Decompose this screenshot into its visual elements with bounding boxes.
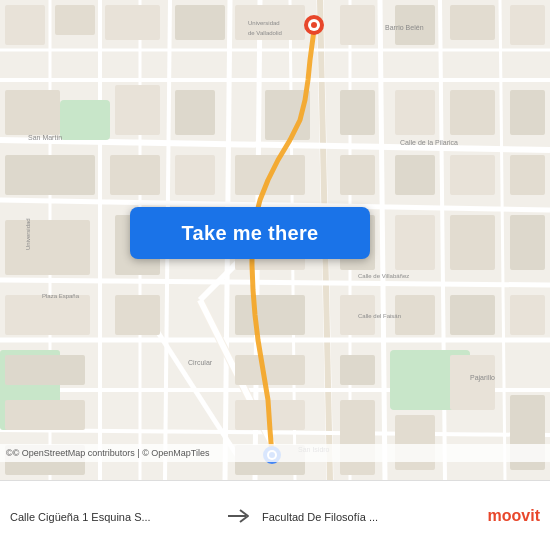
svg-rect-51	[395, 90, 435, 135]
svg-rect-29	[5, 5, 45, 45]
svg-rect-33	[5, 90, 60, 135]
svg-rect-70	[340, 400, 375, 475]
svg-rect-76	[235, 355, 305, 385]
svg-rect-38	[175, 155, 215, 195]
route-from: Calle Cigüeña 1 Esquina S...	[10, 507, 226, 525]
svg-rect-32	[175, 5, 225, 40]
svg-text:Universidad: Universidad	[25, 218, 31, 250]
route-to: Facultad De Filosofía ...	[254, 507, 470, 525]
svg-rect-65	[510, 295, 545, 335]
map-area: Calle de la Pilarica Universidad Plaza E…	[0, 0, 550, 480]
take-me-there-label: Take me there	[182, 222, 319, 245]
svg-rect-41	[5, 295, 90, 335]
bottom-bar: Calle Cigüeña 1 Esquina S... Facultad De…	[0, 480, 550, 550]
take-me-there-button[interactable]: Take me there	[130, 207, 370, 259]
svg-rect-66	[340, 355, 375, 385]
osm-icon: ©	[6, 448, 13, 458]
svg-text:Calle de Villabáñez: Calle de Villabáñez	[358, 273, 409, 279]
svg-rect-50	[340, 90, 375, 135]
svg-text:Calle del Faisán: Calle del Faisán	[358, 313, 401, 319]
svg-text:Circular: Circular	[188, 359, 213, 366]
from-label: Calle Cigüeña 1 Esquina S...	[10, 511, 151, 523]
svg-rect-61	[510, 215, 545, 270]
svg-rect-60	[450, 215, 495, 270]
svg-text:Barrio Belén: Barrio Belén	[385, 24, 424, 31]
svg-text:de Valladolid: de Valladolid	[248, 30, 282, 36]
svg-text:Pajarillo: Pajarillo	[470, 374, 495, 382]
svg-rect-46	[340, 5, 375, 45]
svg-rect-49	[510, 5, 545, 45]
to-label: Facultad De Filosofía ...	[262, 511, 378, 523]
svg-rect-27	[60, 100, 110, 140]
svg-rect-43	[5, 355, 85, 385]
svg-rect-31	[105, 5, 160, 40]
svg-rect-56	[450, 155, 495, 195]
svg-rect-39	[5, 220, 90, 275]
svg-rect-52	[450, 90, 495, 135]
svg-rect-57	[510, 155, 545, 195]
svg-rect-44	[5, 400, 85, 430]
svg-rect-35	[175, 90, 215, 135]
moovit-logo: moovit	[470, 507, 540, 525]
svg-rect-36	[5, 155, 95, 195]
svg-rect-55	[395, 155, 435, 195]
arrow-right-icon	[226, 508, 254, 524]
svg-rect-42	[115, 295, 160, 335]
svg-rect-30	[55, 5, 95, 35]
svg-rect-68	[450, 355, 495, 410]
svg-text:San Martín: San Martín	[28, 134, 62, 141]
svg-text:Calle de la Pilarica: Calle de la Pilarica	[400, 139, 458, 146]
svg-text:Plaza España: Plaza España	[42, 293, 80, 299]
svg-rect-54	[340, 155, 375, 195]
svg-rect-75	[235, 295, 305, 335]
attribution-text: © OpenStreetMap contributors | © OpenMap…	[13, 448, 210, 458]
app-container: Calle de la Pilarica Universidad Plaza E…	[0, 0, 550, 550]
svg-text:Universidad: Universidad	[248, 20, 280, 26]
map-attribution: © © OpenStreetMap contributors | © OpenM…	[0, 444, 550, 462]
svg-rect-53	[510, 90, 545, 135]
moovit-text: moovit	[488, 507, 540, 525]
svg-point-93	[311, 22, 317, 28]
svg-rect-34	[115, 85, 160, 135]
svg-rect-37	[110, 155, 160, 195]
svg-rect-64	[450, 295, 495, 335]
svg-rect-59	[395, 215, 435, 270]
svg-rect-48	[450, 5, 495, 40]
